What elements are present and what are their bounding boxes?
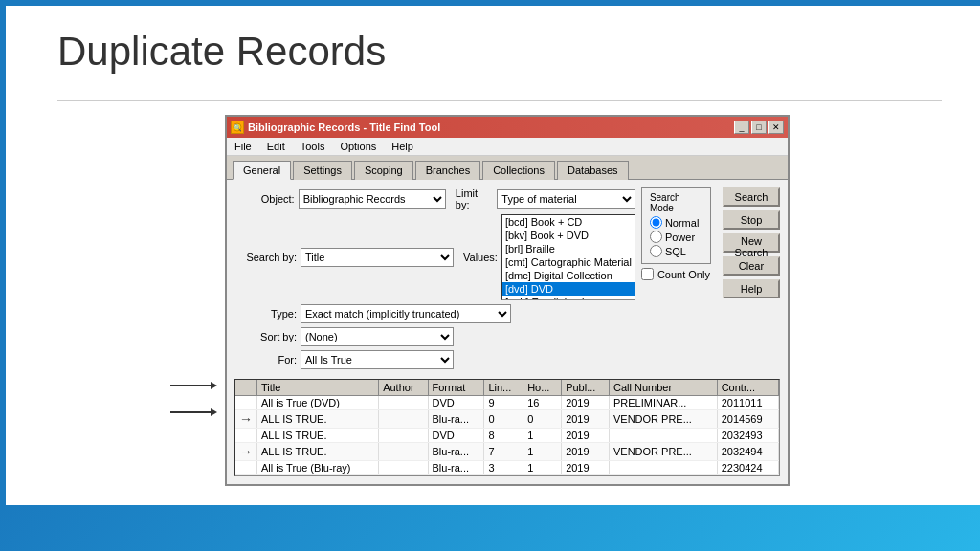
col-contr[interactable]: Contr... — [717, 380, 778, 396]
row-arrow — [235, 396, 257, 410]
row-call-number — [609, 461, 717, 475]
count-only-label: Count Only — [657, 269, 710, 280]
row-ho: 0 — [523, 410, 562, 429]
row-arrow — [235, 429, 257, 443]
row-format: Blu-ra... — [428, 461, 484, 475]
minimize-button[interactable]: _ — [734, 121, 749, 134]
menu-edit[interactable]: Edit — [263, 140, 289, 153]
search-mode-group: Search Mode Normal Power S — [641, 187, 711, 264]
row-lin: 3 — [484, 461, 523, 475]
list-item-aeb[interactable]: [aeb] Eaudiobook — [502, 296, 635, 300]
row-author — [379, 396, 428, 410]
table-row[interactable]: All is True (DVD) DVD 9 16 2019 PRELIMIN… — [235, 396, 779, 410]
title-bar: 🔍 Bibliographic Records - Title Find Too… — [227, 117, 788, 138]
search-mode-label: Search Mode — [650, 192, 702, 213]
radio-power-input[interactable] — [650, 231, 662, 243]
table-row[interactable]: → ALL IS TRUE. Blu-ra... 0 0 2019 VENDOR… — [235, 410, 779, 429]
action-buttons: Search Stop New Search Clear Help — [723, 187, 780, 373]
new-search-button[interactable]: New Search — [723, 233, 780, 253]
results-table-container: Title Author Format Lin... Ho... Publ...… — [234, 379, 780, 476]
row-lin: 9 — [484, 396, 523, 410]
type-select[interactable]: Exact match (implicitly truncated) — [301, 304, 511, 323]
radio-power: Power — [650, 231, 702, 243]
type-row: Type: Exact match (implicitly truncated) — [234, 304, 635, 323]
slide: Duplicate Records 🔍 Bibliographic Record… — [0, 0, 980, 551]
slide-title: Duplicate Records — [57, 29, 386, 75]
right-panel: Search Mode Normal Power S — [641, 187, 780, 373]
results-table: Title Author Format Lin... Ho... Publ...… — [235, 380, 779, 475]
search-by-select[interactable]: Title — [301, 248, 454, 267]
maximize-button[interactable]: □ — [751, 121, 767, 134]
table-row[interactable]: ALL IS TRUE. DVD 8 1 2019 2032493 — [235, 429, 779, 443]
limit-by-select[interactable]: Type of material — [497, 189, 635, 209]
values-listbox[interactable]: [bcd] Book + CD [bkv] Book + DVD [brl] B… — [501, 214, 635, 300]
row-call-number: PRELIMINAR... — [609, 396, 717, 410]
row-author — [379, 443, 428, 461]
for-label: For: — [234, 354, 297, 365]
menu-file[interactable]: File — [231, 140, 256, 153]
menu-options[interactable]: Options — [336, 140, 380, 153]
col-call-number[interactable]: Call Number — [609, 380, 717, 396]
tab-databases[interactable]: Databases — [557, 161, 629, 180]
arrow-2 — [170, 408, 217, 416]
row-title: ALL IS TRUE. — [257, 410, 379, 429]
row-publ: 2019 — [562, 461, 610, 475]
search-button[interactable]: Search — [723, 187, 780, 207]
list-item-dvd[interactable]: [dvd] DVD — [502, 282, 635, 296]
menu-bar: File Edit Tools Options Help — [227, 138, 788, 156]
row-contr: 2230424 — [717, 461, 778, 475]
col-arrow — [235, 380, 257, 396]
count-only-row: Count Only — [641, 268, 711, 280]
col-format[interactable]: Format — [428, 380, 484, 396]
row-ho: 1 — [523, 443, 562, 461]
count-only-checkbox[interactable] — [641, 268, 654, 280]
sort-by-label: Sort by: — [234, 331, 297, 342]
row-contr: 2032494 — [717, 443, 778, 461]
list-item-brl[interactable]: [brl] Braille — [502, 242, 635, 255]
tab-scoping[interactable]: Scoping — [354, 161, 413, 180]
title-bar-left: 🔍 Bibliographic Records - Title Find Too… — [231, 121, 440, 134]
row-contr: 2011011 — [717, 396, 778, 410]
stop-button[interactable]: Stop — [723, 210, 780, 230]
row-ho: 1 — [523, 461, 562, 475]
radio-normal-input[interactable] — [650, 216, 662, 229]
radio-sql-label: SQL — [665, 246, 686, 257]
list-item-bkv[interactable]: [bkv] Book + DVD — [502, 229, 635, 242]
for-select[interactable]: All Is True — [301, 350, 454, 369]
table-row[interactable]: → ALL IS TRUE. Blu-ra... 7 1 2019 VENDOR… — [235, 443, 779, 461]
radio-normal: Normal — [650, 216, 702, 229]
col-title[interactable]: Title — [257, 380, 379, 396]
row-lin: 7 — [484, 443, 523, 461]
row-format: Blu-ra... — [428, 410, 484, 429]
content-area: Object: Bibliographic Records Limit by: … — [227, 180, 788, 484]
menu-tools[interactable]: Tools — [297, 140, 329, 153]
tab-collections[interactable]: Collections — [482, 161, 555, 180]
radio-sql: SQL — [650, 245, 702, 257]
col-publ[interactable]: Publ... — [562, 380, 610, 396]
col-ho[interactable]: Ho... — [523, 380, 562, 396]
object-label: Object: — [234, 193, 295, 205]
list-item-dmc[interactable]: [dmc] Digital Collection — [502, 269, 635, 282]
tab-general[interactable]: General — [233, 161, 291, 180]
table-row[interactable]: All is True (Blu-ray) Blu-ra... 3 1 2019… — [235, 461, 779, 475]
tab-bar: General Settings Scoping Branches Collec… — [227, 156, 788, 180]
sort-by-select[interactable]: (None) — [301, 327, 454, 346]
row-format: DVD — [428, 429, 484, 443]
sort-by-row: Sort by: (None) — [234, 327, 635, 346]
list-item-bcd[interactable]: [bcd] Book + CD — [502, 215, 635, 229]
radio-sql-input[interactable] — [650, 245, 662, 257]
radio-power-label: Power — [665, 231, 695, 243]
row-format: Blu-ra... — [428, 443, 484, 461]
object-select[interactable]: Bibliographic Records — [299, 189, 446, 209]
tab-branches[interactable]: Branches — [415, 161, 480, 180]
help-button[interactable]: Help — [723, 279, 780, 298]
search-by-label: Search by: — [234, 252, 297, 263]
col-lin[interactable]: Lin... — [484, 380, 523, 396]
menu-help[interactable]: Help — [388, 140, 417, 153]
tab-settings[interactable]: Settings — [293, 161, 352, 180]
close-button[interactable]: ✕ — [768, 121, 784, 134]
arrow-1 — [170, 382, 217, 389]
clear-button[interactable]: Clear — [723, 256, 780, 276]
list-item-cmt[interactable]: [cmt] Cartographic Material — [502, 255, 635, 269]
col-author[interactable]: Author — [379, 380, 428, 396]
